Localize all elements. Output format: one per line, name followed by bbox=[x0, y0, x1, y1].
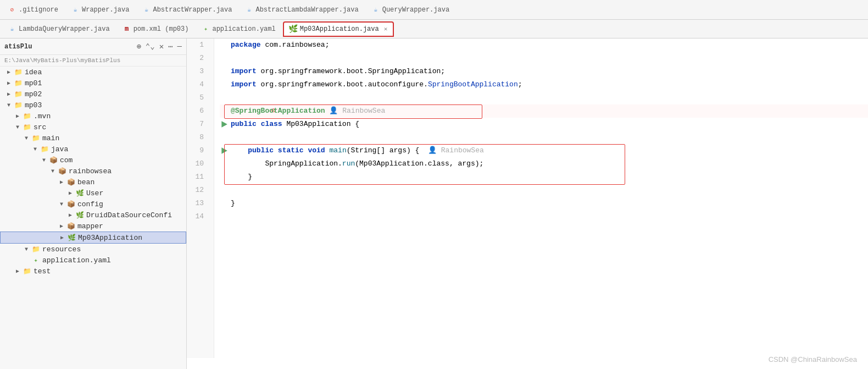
sidebar-item-resources[interactable]: ▼ 📁 resources bbox=[0, 244, 186, 255]
sidebar-item-druid[interactable]: ▶ 🌿 DruidDataSourceConfi bbox=[0, 210, 186, 221]
java-icon-3: ☕ bbox=[245, 6, 253, 14]
sidebar-item-mp01[interactable]: ▶ 📁 mp01 bbox=[0, 78, 186, 89]
sidebar-item-appyaml[interactable]: ✦ application.yaml bbox=[0, 255, 186, 266]
sidebar: atisPlu ⊕ ⌃⌄ ✕ ⋯ — E:\Java\MyBatis-Plus\… bbox=[0, 38, 187, 369]
class-icon-druid: 🌿 bbox=[75, 211, 85, 219]
second-tab-bar: ☕ LambdaQueryWrapper.java m pom.xml (mp0… bbox=[0, 20, 868, 38]
yaml-icon: ✦ bbox=[202, 25, 209, 33]
folder-icon-mvn: 📁 bbox=[22, 112, 32, 120]
sidebar-item-mp02[interactable]: ▶ 📁 mp02 bbox=[0, 89, 186, 100]
tab-abstract-lambda[interactable]: ☕ AbstractLambdaWrapper.java bbox=[239, 2, 364, 18]
more-icon[interactable]: ⋯ bbox=[168, 42, 173, 51]
run-button-9[interactable] bbox=[220, 146, 229, 155]
tab-application-yaml[interactable]: ✦ application.yaml bbox=[196, 21, 281, 37]
package-icon-com: 📦 bbox=[48, 156, 58, 164]
svg-marker-1 bbox=[221, 147, 227, 154]
java-icon-4: ☕ bbox=[372, 6, 380, 14]
add-icon[interactable]: ⊕ bbox=[136, 42, 141, 51]
project-title: atisPlu bbox=[4, 43, 32, 51]
code-line-11: } bbox=[220, 170, 868, 184]
folder-icon-mp01: 📁 bbox=[13, 79, 23, 87]
ln-3: 3 bbox=[187, 65, 208, 78]
java-icon-1: ☕ bbox=[71, 6, 79, 14]
arrow-com: ▼ bbox=[40, 157, 48, 163]
class-icon-mp03app: 🌿 bbox=[66, 233, 76, 242]
yaml-file-icon: ✦ bbox=[31, 256, 41, 265]
java-icon-5: ☕ bbox=[8, 25, 16, 33]
folder-icon-main: 📁 bbox=[31, 134, 41, 142]
main-label: main bbox=[42, 134, 59, 142]
ln-13: 13 bbox=[187, 197, 208, 210]
sidebar-path: E:\Java\MyBatis-Plus\myBatisPlus bbox=[0, 55, 186, 67]
sidebar-item-bean[interactable]: ▶ 📦 bean bbox=[0, 177, 186, 188]
sidebar-item-java[interactable]: ▼ 📁 java bbox=[0, 144, 186, 155]
arrow-user: ▶ bbox=[66, 190, 75, 196]
code-line-1: package com.rainbowsea; bbox=[220, 38, 868, 52]
ln-9: 9 bbox=[187, 144, 208, 157]
tab-gitignore[interactable]: ⊘ .gitignore bbox=[2, 2, 64, 18]
tab-wrapper[interactable]: ☕ Wrapper.java bbox=[65, 2, 135, 18]
code-line-9: public static void main (String[] args) … bbox=[220, 144, 868, 157]
maven-icon: m bbox=[123, 25, 131, 33]
tab-mp03-application[interactable]: 🌿 Mp03Application.java ✕ bbox=[283, 21, 394, 37]
druid-label: DruidDataSourceConfi bbox=[86, 211, 172, 219]
arrow-bean: ▶ bbox=[57, 179, 66, 185]
class-icon-user: 🌿 bbox=[75, 189, 85, 197]
folder-icon-test: 📁 bbox=[22, 267, 32, 276]
appyaml-label: application.yaml bbox=[42, 256, 111, 265]
sidebar-item-mp03application[interactable]: ▶ 🌿 Mp03Application bbox=[0, 232, 186, 244]
code-line-3: import org.springframework.boot.SpringAp… bbox=[220, 65, 868, 78]
sidebar-item-rainbowsea[interactable]: ▼ 📦 rainbowsea bbox=[0, 166, 186, 177]
package-icon-bean: 📦 bbox=[66, 178, 76, 186]
editor-content: 1 2 3 4 5 6 7 8 9 10 11 12 13 14 p bbox=[187, 38, 868, 358]
ln-8: 8 bbox=[187, 131, 208, 144]
code-area: package com.rainbowsea; import org.sprin… bbox=[214, 38, 868, 358]
sidebar-item-src[interactable]: ▼ 📁 src bbox=[0, 122, 186, 133]
sidebar-item-mvn[interactable]: ▶ 📁 .mvn bbox=[0, 111, 186, 122]
sidebar-item-test[interactable]: ▶ 📁 test bbox=[0, 266, 186, 277]
sidebar-item-config[interactable]: ▼ 📦 config bbox=[0, 199, 186, 210]
run-button-7[interactable] bbox=[220, 120, 229, 129]
chevron-icon[interactable]: ⌃⌄ bbox=[146, 42, 155, 51]
sidebar-item-idea[interactable]: ▶ 📁 idea bbox=[0, 67, 186, 78]
arrow-main: ▼ bbox=[22, 135, 31, 141]
mp03-label: mp03 bbox=[25, 101, 42, 109]
arrow-rainbowsea: ▼ bbox=[48, 168, 57, 174]
sidebar-item-com[interactable]: ▼ 📦 com bbox=[0, 155, 186, 166]
sidebar-item-user[interactable]: ▶ 🌿 User bbox=[0, 188, 186, 199]
main-area: atisPlu ⊕ ⌃⌄ ✕ ⋯ — E:\Java\MyBatis-Plus\… bbox=[0, 38, 868, 369]
package-icon-mapper: 📦 bbox=[66, 222, 76, 230]
sidebar-item-mp03[interactable]: ▼ 📁 mp03 bbox=[0, 100, 186, 111]
code-line-13: } bbox=[220, 197, 868, 210]
close-icon[interactable]: ✕ bbox=[159, 42, 164, 51]
arrow-mp01: ▶ bbox=[4, 80, 13, 86]
code-line-5 bbox=[220, 91, 868, 104]
ln-11: 11 bbox=[187, 170, 208, 184]
top-tab-bar: ⊘ .gitignore ☕ Wrapper.java ☕ AbstractWr… bbox=[0, 0, 868, 20]
sidebar-item-mapper[interactable]: ▶ 📦 mapper bbox=[0, 221, 186, 232]
tab-query-wrapper[interactable]: ☕ QueryWrapper.java bbox=[366, 2, 455, 18]
src-label: src bbox=[34, 123, 46, 131]
ln-14: 14 bbox=[187, 210, 208, 223]
sidebar-item-main[interactable]: ▼ 📁 main bbox=[0, 133, 186, 144]
code-line-4: import org.springframework.boot.autoconf… bbox=[220, 78, 868, 91]
tab-abstract-wrapper[interactable]: ☕ AbstractWrapper.java bbox=[136, 2, 238, 18]
folder-icon-java: 📁 bbox=[40, 145, 49, 153]
folder-icon-idea: 📁 bbox=[13, 68, 23, 76]
ln-1: 1 bbox=[187, 38, 208, 52]
tab-lambda-query[interactable]: ☕ LambdaQueryWrapper.java bbox=[2, 21, 116, 37]
spring-icon: 🌿 bbox=[290, 25, 297, 33]
tab-close-button[interactable]: ✕ bbox=[384, 25, 388, 32]
mp01-label: mp01 bbox=[25, 79, 42, 87]
mp03application-label: Mp03Application bbox=[78, 234, 142, 242]
arrow-java: ▼ bbox=[31, 146, 40, 152]
arrow-mp02: ▶ bbox=[4, 91, 13, 97]
arrow-mapper: ▶ bbox=[57, 223, 66, 229]
folder-icon-src: 📁 bbox=[22, 123, 32, 131]
test-label: test bbox=[34, 267, 51, 276]
arrow-mp03app: ▶ bbox=[58, 234, 66, 241]
arrow-config: ▼ bbox=[57, 201, 66, 207]
minimize-icon[interactable]: — bbox=[177, 42, 182, 51]
watermark: CSDN @ChinaRainbowSea bbox=[769, 355, 857, 364]
tab-pom[interactable]: m pom.xml (mp03) bbox=[117, 21, 195, 37]
